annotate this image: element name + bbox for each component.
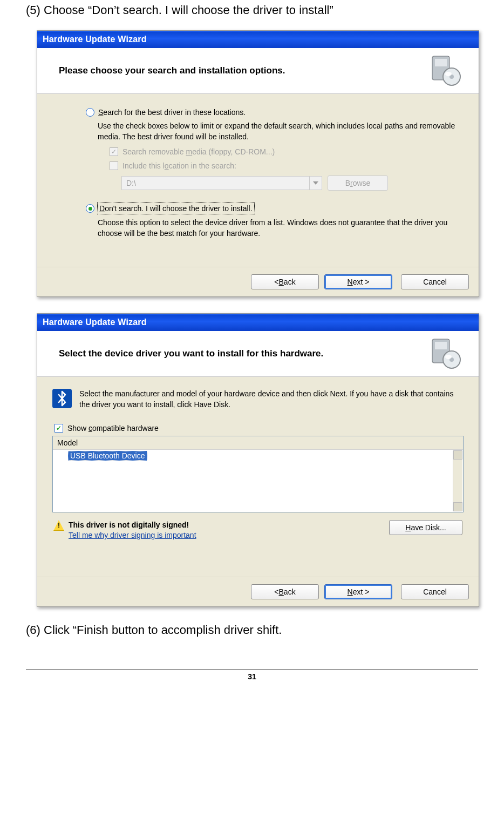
back-button[interactable]: < Back	[251, 584, 319, 599]
model-column-header[interactable]: Model	[53, 436, 463, 450]
cb-location-label: Include this location in the search:	[122, 161, 236, 170]
bluetooth-icon	[52, 389, 72, 408]
wizard2-dialog: Hardware Update Wizard Select the device…	[37, 313, 479, 607]
svg-rect-6	[435, 342, 447, 349]
radio-icon	[86, 108, 94, 117]
driver-sign-link[interactable]: Tell me why driver signing is important	[69, 530, 196, 541]
radio-search-best[interactable]: Search for the best driver in these loca…	[86, 108, 466, 117]
svg-point-4	[445, 72, 452, 76]
browse-button: Browse	[328, 175, 388, 191]
page-number: 31	[26, 672, 478, 681]
wizard1-titlebar[interactable]: Hardware Update Wizard	[37, 31, 479, 48]
model-listbox[interactable]: Model USB Bluetooth Device	[52, 436, 464, 512]
next-button[interactable]: Next >	[324, 584, 392, 599]
radio-dont-label: Don't search. I will choose the driver t…	[98, 204, 254, 213]
checkbox-show-compatible[interactable]: Show compatible hardware	[55, 424, 466, 433]
cancel-button[interactable]: Cancel	[401, 584, 469, 599]
location-path-combo: D:\	[121, 176, 322, 190]
wizard2-header-title: Select the device driver you want to ins…	[59, 348, 323, 359]
show-compatible-label: Show compatible hardware	[67, 424, 159, 433]
checkbox-icon	[110, 147, 118, 156]
wizard2-button-bar: < Back Next > Cancel	[37, 577, 479, 606]
radio-dont-search[interactable]: Don't search. I will choose the driver t…	[86, 204, 466, 213]
chevron-down-icon	[310, 177, 322, 190]
vertical-scrollbar[interactable]	[453, 450, 462, 511]
wizard2-titlebar[interactable]: Hardware Update Wizard	[37, 314, 479, 331]
search-sub-options: Search removable media (floppy, CD-ROM..…	[110, 147, 466, 191]
model-list-body: USB Bluetooth Device	[53, 450, 463, 512]
checkbox-icon	[110, 161, 118, 170]
warning-icon	[53, 520, 64, 531]
radio-search-label: Search for the best driver in these loca…	[98, 108, 246, 117]
radio-dont-description: Choose this option to select the device …	[98, 218, 466, 239]
next-button[interactable]: Next >	[324, 274, 392, 289]
wizard1-button-bar: < Back Next > Cancel	[37, 267, 479, 296]
svg-rect-1	[435, 59, 447, 66]
checkbox-removable-media: Search removable media (floppy, CD-ROM..…	[110, 147, 466, 156]
svg-point-9	[445, 355, 452, 359]
checkbox-icon	[55, 424, 63, 433]
wizard1-content: Search for the best driver in these loca…	[37, 94, 479, 267]
location-path-input: D:\	[122, 177, 310, 190]
driver-signing-row: This driver is not digitally signed! Tel…	[53, 520, 462, 541]
radio-icon	[86, 204, 94, 213]
step5-instruction: (5) Choose “Don’t search. I will choose …	[26, 3, 478, 17]
radio-search-description: Use the check boxes below to limit or ex…	[98, 121, 466, 142]
wizard2-content: Select the manufacturer and model of you…	[37, 377, 479, 577]
wizard2-instruction-text: Select the manufacturer and model of you…	[79, 389, 466, 410]
have-disk-button[interactable]: Have Disk...	[389, 520, 462, 535]
driver-sign-warning: This driver is not digitally signed!	[69, 520, 196, 530]
wizard1-dialog: Hardware Update Wizard Please choose you…	[37, 30, 479, 297]
wizard1-header-band: Please choose your search and installati…	[37, 48, 479, 94]
checkbox-include-location: Include this location in the search:	[110, 161, 466, 170]
back-button[interactable]: < Back	[251, 274, 319, 289]
device-cd-icon	[429, 337, 462, 370]
wizard1-header-title: Please choose your search and installati…	[59, 65, 285, 76]
cancel-button[interactable]: Cancel	[401, 274, 469, 289]
device-cd-icon	[429, 54, 462, 87]
model-list-item-selected[interactable]: USB Bluetooth Device	[68, 451, 147, 461]
cb-media-label: Search removable media (floppy, CD-ROM..…	[122, 147, 275, 156]
wizard2-instruction-row: Select the manufacturer and model of you…	[52, 389, 466, 410]
wizard2-header-band: Select the device driver you want to ins…	[37, 331, 479, 377]
step6-instruction: (6) Click “Finish button to accomplish d…	[26, 623, 478, 637]
footer-rule	[26, 670, 478, 670]
location-path-row: D:\ Browse	[121, 175, 466, 191]
